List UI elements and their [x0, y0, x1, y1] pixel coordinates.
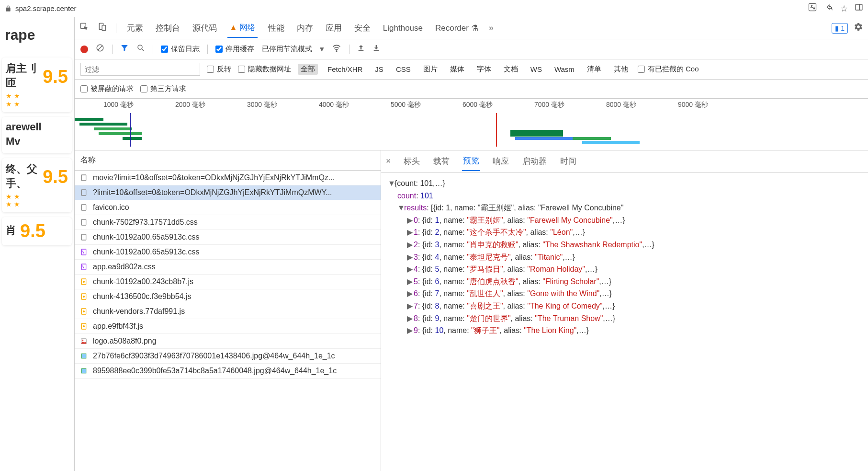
request-row[interactable]: app.e9fbf43f.js [75, 319, 381, 334]
request-list: 名称 movie?limit=10&offset=0&token=ODkxMjN… [75, 150, 381, 471]
request-name: 27b76fe6cf3903f3d74963f70786001e1438406.… [93, 352, 376, 360]
disable-cache-checkbox[interactable]: 停用缓存 [215, 45, 254, 54]
clear-icon[interactable] [96, 44, 104, 55]
detail-tab-response[interactable]: 响应 [492, 152, 510, 171]
request-row[interactable]: 8959888ee0c399b0fe53a714bc8a5a17460048.j… [75, 364, 381, 379]
request-row[interactable]: 27b76fe6cf3903f3d74963f70786001e1438406.… [75, 349, 381, 364]
filter-font[interactable]: 字体 [474, 64, 494, 75]
svg-point-21 [83, 281, 85, 283]
detail-tab-timing[interactable]: 时间 [559, 152, 577, 171]
movie-card[interactable]: 肩主刂匝 9.5 ★ ★★ ★ [2, 57, 72, 112]
request-row[interactable]: favicon.ico [75, 200, 381, 215]
request-row[interactable]: app.ea9d802a.css [75, 260, 381, 275]
timeline-tick: 4000 毫秒 [319, 101, 349, 109]
svg-rect-12 [374, 50, 379, 51]
file-icon [79, 218, 88, 227]
translate-icon[interactable] [808, 2, 817, 14]
url-text[interactable]: spa2.scrape.center [15, 4, 808, 12]
request-row[interactable]: movie?limit=10&offset=0&token=ODkxMjNjZG… [75, 171, 381, 185]
chevron-down-icon[interactable]: ▾ [320, 44, 324, 54]
preserve-log-checkbox[interactable]: 保留日志 [161, 45, 200, 54]
inspect-icon[interactable] [79, 22, 89, 34]
request-row[interactable]: chunk-10192a00.65a5913c.css [75, 230, 381, 245]
tab-recorder[interactable]: Recorder ⚗ [433, 19, 480, 37]
throttling-select[interactable]: 已停用节流模式 [262, 45, 312, 54]
url-bar: spa2.scrape.center ☆ [0, 0, 868, 17]
file-icon [79, 367, 88, 375]
movie-card[interactable]: arewell Mv [2, 117, 72, 153]
tab-lighthouse[interactable]: Lighthouse [381, 20, 425, 37]
hide-data-checkbox[interactable]: 隐藏数据网址 [238, 65, 291, 74]
url-actions: ☆ [808, 2, 863, 14]
chat-icon: ▮ [835, 24, 839, 32]
detail-tab-headers[interactable]: 标头 [403, 152, 421, 171]
movie-card[interactable]: 肖 9.5 [2, 217, 72, 245]
settings-icon[interactable] [854, 22, 863, 34]
tab-console[interactable]: 控制台 [154, 19, 182, 37]
invert-checkbox[interactable]: 反转 [207, 65, 231, 74]
filter-css[interactable]: CSS [393, 64, 414, 74]
tab-sources[interactable]: 源代码 [191, 19, 219, 37]
filter-js[interactable]: JS [372, 64, 386, 74]
issues-badge[interactable]: ▮1 [832, 23, 848, 34]
tab-memory[interactable]: 内存 [295, 19, 315, 37]
request-row[interactable]: chunk-4136500c.f3e9bb54.js [75, 289, 381, 304]
request-row[interactable]: chunk-7502f973.17571dd5.css [75, 215, 381, 230]
detail-tab-initiator[interactable]: 启动器 [521, 152, 548, 171]
svg-rect-16 [81, 219, 86, 225]
blocked-cookies-checkbox[interactable]: 有已拦截的 Coo [638, 65, 699, 74]
file-icon [79, 248, 88, 256]
device-icon[interactable] [98, 22, 107, 34]
request-name: ?limit=10&offset=0&token=ODkxMjNjZGJhYjE… [93, 188, 376, 197]
file-icon [79, 203, 88, 212]
filter-other[interactable]: 其他 [611, 64, 631, 75]
timeline[interactable]: 1000 毫秒2000 毫秒3000 毫秒4000 毫秒5000 毫秒6000 … [75, 99, 868, 150]
timeline-tick: 9000 毫秒 [678, 101, 708, 109]
wifi-icon[interactable] [332, 43, 341, 55]
tab-network[interactable]: ▲网络 [227, 18, 258, 38]
file-icon [79, 322, 88, 331]
request-row[interactable]: ?limit=10&offset=0&token=ODkxMjNjZGJhYjE… [75, 185, 381, 200]
request-row[interactable]: chunk-10192a00.243cb8b7.js [75, 275, 381, 289]
request-list-header: 名称 [75, 150, 381, 171]
file-icon [79, 233, 88, 241]
filter-img[interactable]: 图片 [420, 64, 440, 75]
filter-media[interactable]: 媒体 [447, 64, 467, 75]
record-button[interactable] [80, 46, 88, 53]
request-row[interactable]: chunk-vendors.77daf991.js [75, 304, 381, 319]
filter-all[interactable]: 全部 [298, 64, 318, 75]
filter-ws[interactable]: WS [528, 64, 545, 74]
share-icon[interactable] [824, 2, 834, 14]
close-icon[interactable]: × [386, 156, 391, 166]
warning-icon: ▲ [229, 23, 237, 33]
tab-application[interactable]: 应用 [324, 19, 344, 37]
more-tabs-icon[interactable]: » [489, 23, 494, 33]
blocked-req-checkbox[interactable]: 被屏蔽的请求 [80, 84, 134, 93]
movie-card[interactable]: 终、父手、 9.5 ★ ★★ ★ [2, 158, 72, 213]
request-row[interactable]: logo.a508a8f0.png [75, 334, 381, 349]
request-name: chunk-10192a00.65a5913c.css [93, 233, 376, 241]
star-icon[interactable]: ☆ [840, 3, 848, 14]
filter-bar: 反转 隐藏数据网址 全部 Fetch/XHR JS CSS 图片 媒体 字体 文… [75, 59, 868, 80]
svg-rect-0 [809, 4, 816, 11]
tab-performance[interactable]: 性能 [266, 19, 286, 37]
svg-point-8 [138, 45, 142, 49]
filter-input[interactable] [80, 63, 200, 76]
request-row[interactable]: chunk-10192a00.65a5913c.css [75, 245, 381, 260]
tab-security[interactable]: 安全 [352, 19, 372, 37]
search-icon[interactable] [136, 44, 145, 55]
detail-tab-payload[interactable]: 载荷 [432, 152, 451, 171]
brand-text: rape [0, 17, 74, 53]
filter-doc[interactable]: 文档 [501, 64, 521, 75]
detail-tab-preview[interactable]: 预览 [462, 151, 480, 171]
third-party-checkbox[interactable]: 第三方请求 [140, 84, 186, 93]
filter-wasm[interactable]: Wasm [552, 64, 577, 74]
download-icon[interactable] [372, 44, 380, 54]
panel-icon[interactable] [855, 3, 863, 14]
tab-elements[interactable]: 元素 [125, 19, 145, 37]
upload-icon[interactable] [357, 44, 365, 54]
filter-manifest[interactable]: 清单 [584, 64, 604, 75]
filter-icon[interactable] [120, 44, 129, 55]
json-preview[interactable]: ▼{count: 101,…}count: 101▼results: [{id:… [381, 172, 868, 471]
filter-fetch[interactable]: Fetch/XHR [325, 64, 365, 74]
